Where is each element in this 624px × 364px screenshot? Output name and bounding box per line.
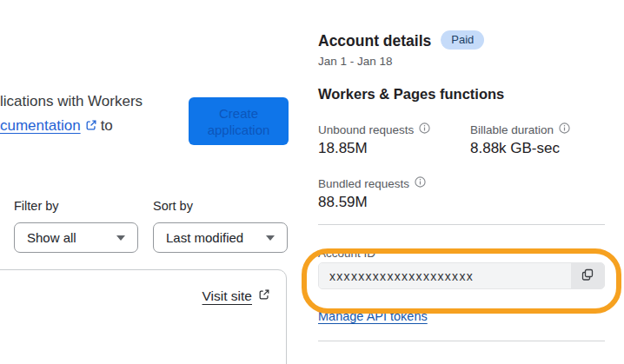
info-icon[interactable] [419,122,430,136]
stat-value: 18.85M [318,140,470,157]
sort-dropdown-value: Last modified [166,230,243,245]
caret-down-icon [266,235,275,241]
intro-line1: lications with Workers [0,89,189,114]
stat-value: 8.88k GB-sec [470,140,605,157]
stat-unbound-requests: Unbound requests 18.85M [318,122,470,157]
info-icon[interactable] [415,176,426,190]
visit-site-link[interactable]: Visit site [202,288,270,304]
filter-by-label: Filter by [14,199,59,213]
paid-plan-badge: Paid [441,30,484,50]
documentation-link[interactable]: cumentation [0,117,81,134]
intro-suffix: to [101,117,113,134]
copy-button[interactable] [571,263,604,288]
divider [318,224,605,225]
create-application-button[interactable]: Create application [189,97,289,145]
divider [318,341,605,341]
external-link-icon [85,115,97,139]
stat-bundled-requests: Bundled requests 88.59M [318,176,470,211]
info-icon[interactable] [559,122,570,136]
usage-stats: Unbound requests 18.85M Billable duratio… [318,122,605,211]
project-card: Visit site [0,269,287,364]
visit-site-label: Visit site [202,288,252,304]
sort-dropdown[interactable]: Last modified [153,222,288,253]
date-range: Jan 1 - Jan 18 [318,55,605,68]
workers-pages-dashboard: { "left": { "intro_line1": "lications wi… [0,0,624,364]
account-id-input[interactable] [319,263,571,288]
sort-by-label: Sort by [153,199,193,213]
external-link-icon [258,288,270,304]
account-details-title: Account details [318,32,431,50]
account-details-panel: Account details Paid Jan 1 - Jan 18 Work… [318,31,605,341]
intro-text: lications with Workers cumentationto [0,89,189,139]
stat-label: Bundled requests [318,177,409,190]
account-id-field-group [318,262,605,289]
stat-value: 88.59M [318,194,470,211]
filter-dropdown[interactable]: Show all [14,222,138,253]
intro-line2: cumentationto [0,114,189,139]
account-id-label: Account ID [318,247,605,260]
copy-icon [581,268,594,284]
caret-down-icon [116,235,125,241]
stat-billable-duration: Billable duration 8.88k GB-sec [470,122,605,157]
filter-dropdown-value: Show all [27,230,76,245]
functions-section-title: Workers & Pages functions [318,86,605,103]
stat-label: Unbound requests [318,123,414,136]
stat-label: Billable duration [470,123,554,136]
manage-api-tokens-link[interactable]: Manage API tokens [318,309,428,323]
